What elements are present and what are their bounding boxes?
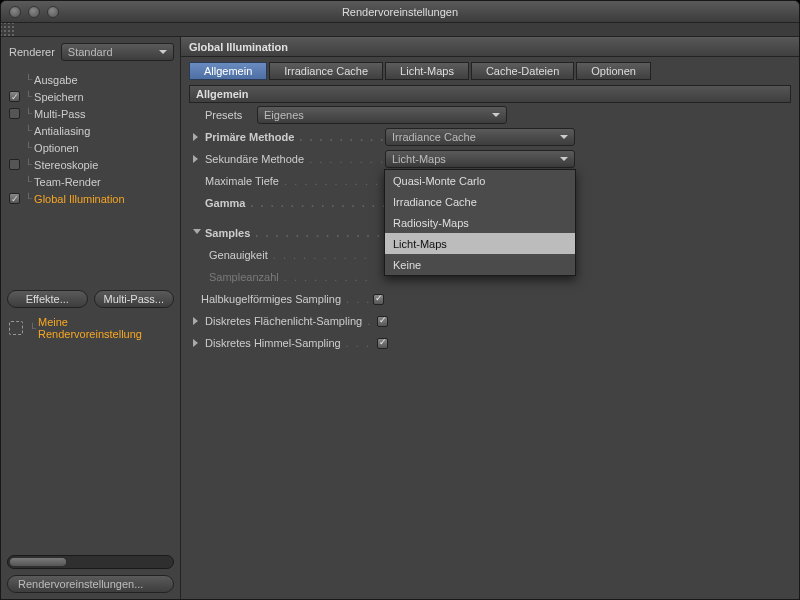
tab-bar: Allgemein Irradiance Cache Licht-Maps Ca… — [181, 57, 799, 85]
panel-title: Global Illumination — [181, 37, 799, 57]
grip-icon[interactable] — [1, 23, 15, 37]
menu-item-radiosity[interactable]: Radiosity-Maps — [385, 212, 575, 233]
sidebar: Renderer Standard └Ausgabe └Speichern └M… — [1, 37, 181, 599]
sidebar-item-ausgabe[interactable]: └Ausgabe — [1, 71, 180, 88]
sidebar-item-multipass[interactable]: └Multi-Pass — [1, 105, 180, 122]
tab-allgemein[interactable]: Allgemein — [189, 62, 267, 80]
renderer-dropdown[interactable]: Standard — [61, 43, 174, 61]
disclosure-right-icon[interactable] — [193, 339, 201, 347]
depth-label: Maximale Tiefe — [205, 175, 385, 187]
window-controls — [9, 6, 59, 18]
param-presets: Presets Eigenes — [193, 105, 791, 125]
zoom-icon[interactable] — [47, 6, 59, 18]
tree-twig-icon: └ — [25, 125, 32, 136]
tree-twig-icon: └ — [25, 159, 32, 170]
samplecount-label: Sampleanzahl — [209, 271, 373, 283]
secondary-method-menu: Quasi-Monte Carlo Irradiance Cache Radio… — [384, 169, 576, 276]
preset-row[interactable]: └ Meine Rendervoreinstellung — [3, 318, 180, 338]
menu-item-irradiance[interactable]: Irradiance Cache — [385, 191, 575, 212]
minimize-icon[interactable] — [28, 6, 40, 18]
param-hemi: Halbkugelförmiges Sampling — [201, 289, 791, 309]
menu-item-lichtmaps[interactable]: Licht-Maps — [385, 233, 575, 254]
tree-twig-icon: └ — [29, 323, 36, 334]
preset-icon — [9, 321, 23, 335]
presets-label: Presets — [205, 109, 257, 121]
titlebar: Rendervoreinstellungen — [1, 1, 799, 23]
tree-twig-icon: └ — [25, 142, 32, 153]
sky-label: Diskretes Himmel-Sampling — [205, 337, 377, 349]
tree-twig-icon: └ — [25, 176, 32, 187]
sidebar-item-antialiasing[interactable]: └Antialiasing — [1, 122, 180, 139]
preset-label: Meine Rendervoreinstellung — [38, 316, 174, 340]
sidebar-item-stereoskopie[interactable]: └Stereoskopie — [1, 156, 180, 173]
multipass-button[interactable]: Multi-Pass... — [94, 290, 175, 308]
hemi-label: Halbkugelförmiges Sampling — [201, 293, 373, 305]
window-title: Rendervoreinstellungen — [1, 6, 799, 18]
sidebar-item-teamrender[interactable]: └Team-Render — [1, 173, 180, 190]
primary-method-dropdown[interactable]: Irradiance Cache — [385, 128, 575, 146]
gamma-label: Gamma — [205, 197, 385, 209]
tab-cachedateien[interactable]: Cache-Dateien — [471, 62, 574, 80]
samples-label: Samples — [205, 227, 385, 239]
effects-button[interactable]: Effekte... — [7, 290, 88, 308]
presets-dropdown[interactable]: Eigenes — [257, 106, 507, 124]
disclosure-right-icon[interactable] — [193, 155, 201, 163]
disclosure-right-icon[interactable] — [193, 133, 201, 141]
sidebar-item-optionen[interactable]: └Optionen — [1, 139, 180, 156]
toolstrip — [1, 23, 799, 37]
renderer-value: Standard — [68, 46, 113, 58]
tree-twig-icon: └ — [25, 74, 32, 85]
checkbox-icon[interactable] — [9, 159, 20, 170]
close-icon[interactable] — [9, 6, 21, 18]
scrollbar-thumb[interactable] — [10, 558, 66, 566]
tree-twig-icon: └ — [25, 193, 32, 204]
menu-item-qmc[interactable]: Quasi-Monte Carlo — [385, 170, 575, 191]
area-checkbox[interactable] — [377, 316, 388, 327]
param-secondary: Sekundäre Methode Licht-Maps Quasi-Monte… — [193, 149, 791, 169]
disclosure-right-icon[interactable] — [193, 317, 201, 325]
param-primary: Primäre Methode Irradiance Cache — [193, 127, 791, 147]
secondary-method-dropdown[interactable]: Licht-Maps — [385, 150, 575, 168]
tree-twig-icon: └ — [25, 91, 32, 102]
sidebar-item-speichern[interactable]: └Speichern — [1, 88, 180, 105]
sky-checkbox[interactable] — [377, 338, 388, 349]
disclosure-down-icon[interactable] — [193, 229, 201, 237]
secondary-label: Sekundäre Methode — [205, 153, 385, 165]
checkbox-icon[interactable] — [9, 91, 20, 102]
param-area: Diskretes Flächenlicht-Sampling — [193, 311, 791, 331]
checkbox-icon[interactable] — [9, 193, 20, 204]
primary-label: Primäre Methode — [205, 131, 385, 143]
renderer-label: Renderer — [9, 46, 55, 58]
tab-irradiance[interactable]: Irradiance Cache — [269, 62, 383, 80]
render-settings-window: Rendervoreinstellungen Renderer Standard… — [0, 0, 800, 600]
menu-item-keine[interactable]: Keine — [385, 254, 575, 275]
param-sky: Diskretes Himmel-Sampling — [193, 333, 791, 353]
accuracy-label: Genauigkeit — [209, 249, 373, 261]
render-presets-button[interactable]: Rendervoreinstellungen... — [7, 575, 174, 593]
horizontal-scrollbar[interactable] — [7, 555, 174, 569]
section-header: Allgemein — [189, 85, 791, 103]
tab-lichtmaps[interactable]: Licht-Maps — [385, 62, 469, 80]
checkbox-icon[interactable] — [9, 108, 20, 119]
tab-optionen[interactable]: Optionen — [576, 62, 651, 80]
hemi-checkbox[interactable] — [373, 294, 384, 305]
sidebar-item-gi[interactable]: └Global Illumination — [1, 190, 180, 207]
main-panel: Global Illumination Allgemein Irradiance… — [181, 37, 799, 599]
effect-list: └Ausgabe └Speichern └Multi-Pass └Antiali… — [1, 69, 180, 284]
tree-twig-icon: └ — [25, 108, 32, 119]
area-label: Diskretes Flächenlicht-Sampling — [205, 315, 377, 327]
